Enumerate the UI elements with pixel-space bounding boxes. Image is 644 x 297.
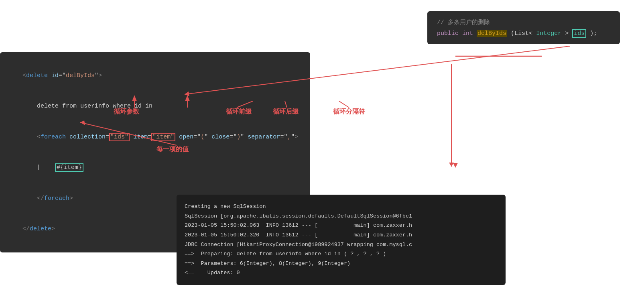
top-right-code-box: // 多条用户的删除 public int delByIds (List< In…	[427, 11, 620, 44]
method-signature: public int delByIds (List< Integer > ids…	[437, 30, 610, 37]
console-line-5: JDBC Connection [HikariProxyConnection@1…	[185, 240, 498, 250]
param-ids: ids	[572, 29, 586, 38]
console-box: Creating a new SqlSession SqlSession [or…	[177, 195, 506, 285]
console-line-2: SqlSession [org.apache.ibatis.session.de…	[185, 212, 498, 221]
method-name-delbybids: delByIds	[477, 30, 507, 37]
console-line-1: Creating a new SqlSession	[185, 202, 498, 212]
xml-line-3: <foreach collection="ids" item="item" op…	[8, 122, 298, 153]
annotation-loop-open: 循环前缀	[226, 108, 252, 116]
console-line-4: 2023-01-05 15:50:02.320 INFO 13612 --- […	[185, 230, 498, 240]
console-line-8: <== Updates: 0	[185, 268, 498, 278]
paren-open: (List<	[511, 30, 532, 37]
collection-ids-val: "ids"	[109, 133, 130, 141]
keyword-public: public	[437, 30, 459, 37]
semicolon: );	[590, 30, 597, 37]
annotation-loop-sep: 循环分隔符	[333, 108, 365, 116]
annotation-loop-param: 循环参数	[114, 108, 139, 116]
keyword-int: int	[462, 30, 473, 37]
xml-line-2: delete from userinfo where id in	[8, 91, 298, 122]
annotation-each-val: 每一项的值	[156, 145, 189, 154]
svg-line-12	[339, 101, 349, 108]
annotation-loop-close: 循环后缀	[273, 108, 299, 116]
type-integer: Integer	[536, 30, 561, 37]
console-line-3: 2023-01-05 15:50:02.063 INFO 13612 --- […	[185, 221, 498, 230]
svg-marker-9	[449, 163, 454, 167]
console-line-7: ==> Parameters: 6(Integer), 8(Integer), …	[185, 259, 498, 269]
xml-line-4: | #{item}	[8, 153, 298, 183]
item-val: "item"	[151, 133, 175, 141]
hash-item-val: #{item}	[55, 163, 83, 172]
comment-line: // 多条用户的删除	[437, 18, 610, 26]
xml-line-1: <delete id="delByIds">	[8, 60, 298, 91]
svg-marker-14	[453, 163, 458, 168]
console-line-6: ==> Preparing: delete from userinfo wher…	[185, 249, 498, 259]
paren-close: >	[565, 30, 572, 37]
